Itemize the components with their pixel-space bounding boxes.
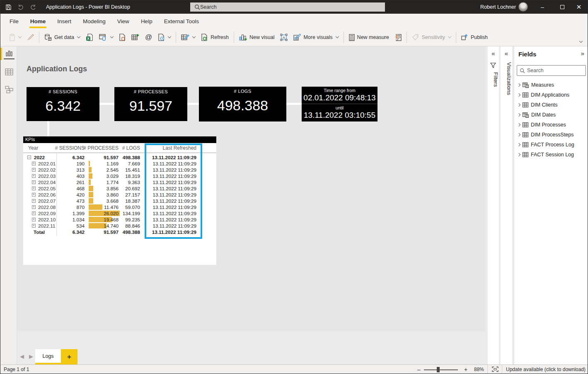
close-button[interactable]: ✕ [569, 0, 588, 14]
excel-workbook-button[interactable]: X [83, 31, 96, 44]
table-row[interactable]: +2022.1153414.74088.84613.11.2022 11:09:… [23, 223, 216, 229]
menu-item-view[interactable]: View [111, 14, 135, 29]
collapse-row-icon[interactable]: − [27, 155, 31, 159]
model-view-button[interactable] [4, 84, 15, 95]
column-header-sessions[interactable]: # SESSIONS [55, 143, 85, 153]
kpi-matrix-visual[interactable]: KPIs Year # SESSIONS # PROCESSES # LOGS … [23, 136, 216, 265]
chevron-right-icon[interactable] [517, 153, 520, 156]
column-header-last-refreshed[interactable]: Last Refreshed [163, 143, 196, 153]
chevron-right-icon[interactable] [517, 113, 520, 117]
report-view-button[interactable] [4, 49, 15, 59]
table-row[interactable]: −20226.34291.597498.38813.11.2022 11:09:… [23, 154, 216, 160]
field-item-measures[interactable]: Measures [514, 80, 588, 90]
zoom-slider-handle[interactable] [437, 367, 440, 372]
zoom-out-button[interactable]: – [417, 366, 421, 373]
field-item-dim-applications[interactable]: DIM Applications [514, 90, 588, 100]
field-item-dim-processsteps[interactable]: DIM ProcessSteps [514, 130, 588, 140]
filters-pane-collapsed[interactable]: « Filters [488, 46, 499, 364]
dataset-button[interactable] [116, 31, 128, 44]
menu-item-help[interactable]: Help [135, 14, 158, 29]
expand-row-icon[interactable]: + [32, 168, 36, 172]
column-header-logs[interactable]: # LOGS [122, 143, 140, 153]
table-row[interactable]: +2022.0887011.47659.07013.11.2022 11:09:… [23, 204, 216, 210]
expand-visualizations-icon[interactable]: « [501, 50, 512, 57]
table-row[interactable]: +2022.064203.86027.15713.11.2022 11:09:2… [23, 192, 216, 198]
expand-row-icon[interactable]: + [32, 218, 36, 221]
expand-row-icon[interactable]: + [32, 205, 36, 209]
new-visual-button[interactable]: New visual [236, 31, 277, 44]
quick-measure-button[interactable] [392, 31, 404, 44]
transform-data-button[interactable] [178, 31, 198, 44]
fit-to-page-icon[interactable] [492, 367, 498, 373]
chevron-right-icon[interactable] [517, 123, 520, 126]
enter-data-button[interactable] [128, 31, 142, 44]
menu-item-home[interactable]: Home [24, 14, 52, 29]
menu-item-modeling[interactable]: Modeling [77, 14, 111, 29]
table-row[interactable]: +2022.034033.02918.31913.11.2022 11:09:2… [23, 173, 216, 179]
data-view-button[interactable] [4, 66, 15, 77]
chevron-right-icon[interactable] [517, 143, 520, 146]
refresh-button[interactable]: Refresh [198, 31, 232, 44]
dataverse-button[interactable]: @ [142, 31, 155, 44]
expand-filters-icon[interactable]: « [488, 50, 499, 57]
expand-row-icon[interactable]: + [32, 193, 36, 197]
menu-item-file[interactable]: File [4, 14, 24, 29]
table-row[interactable]: +2022.091.39926.020134.19913.11.2022 11:… [23, 210, 216, 216]
global-search-box[interactable] [190, 2, 385, 12]
report-canvas[interactable]: Application Logs # SESSIONS 6.342 # PROC… [17, 46, 486, 331]
page-tab-logs[interactable]: Logs [35, 349, 61, 364]
expand-row-icon[interactable]: + [32, 180, 36, 184]
kpi-card-processes[interactable]: # PROCESSES 91.597 [114, 87, 187, 121]
chevron-right-icon[interactable] [517, 93, 520, 97]
redo-icon[interactable] [27, 0, 39, 14]
recent-sources-button[interactable] [155, 31, 174, 44]
column-header-year[interactable]: Year [28, 143, 38, 153]
table-row[interactable]: +2022.042611.7749.36313.11.2022 11:09:29 [23, 179, 216, 185]
table-row[interactable]: +2022.074733.66818.38713.11.2022 11:09:2… [23, 198, 216, 204]
field-item-fact-process-log[interactable]: FACT Process Log [514, 140, 588, 150]
table-row[interactable]: +2022.054683.85620.69213.11.2022 11:09:2… [23, 185, 216, 192]
global-search-input[interactable] [200, 4, 366, 10]
next-page-arrow-icon[interactable]: ▶ [29, 353, 33, 359]
kpi-card-logs[interactable]: # LOGS 498.388 [199, 87, 286, 121]
expand-row-icon[interactable]: + [32, 199, 36, 203]
more-visuals-button[interactable]: More visuals [290, 31, 341, 44]
zoom-slider-track[interactable] [424, 369, 458, 370]
previous-page-arrow-icon[interactable]: ◀ [20, 353, 24, 359]
table-row[interactable]: Total6.34291.597498.38813.11.2022 11:09:… [23, 229, 216, 235]
undo-icon[interactable] [15, 0, 27, 14]
field-item-fact-session-log[interactable]: FACT Session Log [514, 150, 588, 160]
sql-server-button[interactable] [96, 31, 116, 44]
chevron-right-icon[interactable] [517, 133, 520, 136]
sensitivity-button[interactable]: Sensitivity [409, 31, 454, 44]
fields-search-box[interactable] [517, 65, 586, 76]
expand-row-icon[interactable]: + [32, 211, 36, 215]
chevron-right-icon[interactable] [517, 103, 520, 107]
paste-button[interactable] [6, 31, 24, 44]
text-box-button[interactable]: A [277, 31, 290, 44]
zoom-in-button[interactable]: + [464, 366, 467, 373]
field-item-dim-dates[interactable]: DIM Dates [514, 110, 588, 120]
field-item-dim-processes[interactable]: DIM Processes [514, 120, 588, 130]
kpi-card-sessions[interactable]: # SESSIONS 6.342 [27, 87, 99, 121]
collapse-fields-icon[interactable]: » [581, 50, 584, 57]
update-available-link[interactable]: Update available (click to download) [506, 367, 586, 372]
collapse-ribbon-button[interactable] [578, 38, 584, 44]
menu-item-external-tools[interactable]: External Tools [158, 14, 205, 29]
expand-row-icon[interactable]: + [32, 162, 36, 165]
signed-in-user[interactable]: Robert Lochner [480, 4, 516, 10]
format-painter-button[interactable] [24, 31, 37, 44]
new-page-button[interactable]: + [61, 349, 77, 364]
visualizations-pane-collapsed[interactable]: « Visualizations [501, 46, 512, 364]
menu-item-insert[interactable]: Insert [51, 14, 77, 29]
chevron-right-icon[interactable] [517, 83, 520, 87]
time-range-card[interactable]: Time range from 02.01.2022 09:48:13 unti… [302, 87, 377, 121]
expand-row-icon[interactable]: + [32, 174, 36, 178]
expand-row-icon[interactable]: + [32, 187, 36, 190]
table-row[interactable]: +2022.101.03419.46899.23513.11.2022 11:0… [23, 216, 216, 223]
expand-row-icon[interactable]: + [32, 224, 36, 228]
table-row[interactable]: +2022.011901.1697.66913.11.2022 11:09:29 [23, 160, 216, 167]
minimize-button[interactable]: – [533, 0, 552, 14]
column-header-processes[interactable]: # PROCESSES [83, 143, 119, 153]
new-measure-button[interactable]: New measure [346, 31, 392, 44]
